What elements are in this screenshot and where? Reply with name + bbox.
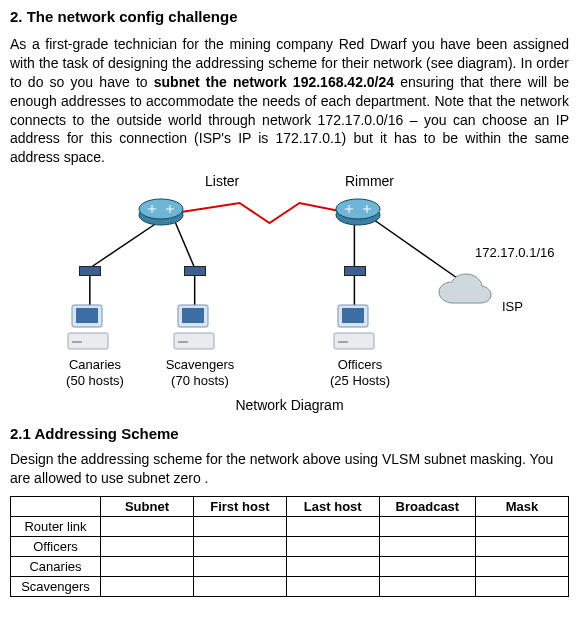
table-header-cell bbox=[11, 497, 101, 517]
svg-rect-22 bbox=[338, 341, 348, 343]
table-cell bbox=[286, 557, 379, 577]
table-header-cell: Last host bbox=[286, 497, 379, 517]
cloud-icon bbox=[435, 273, 495, 315]
svg-point-8 bbox=[139, 199, 183, 219]
officers-label: Officers (25 Hosts) bbox=[315, 357, 405, 388]
table-cell bbox=[101, 537, 194, 557]
router-rimmer-label: Rimmer bbox=[345, 173, 394, 189]
table-row: Officers bbox=[11, 537, 569, 557]
pc-icon bbox=[332, 303, 376, 359]
table-cell bbox=[286, 517, 379, 537]
table-cell bbox=[101, 557, 194, 577]
table-body: Router linkOfficersCanariesScavengers bbox=[11, 517, 569, 597]
table-header-cell: Mask bbox=[476, 497, 569, 517]
officers-hosts: (25 Hosts) bbox=[330, 373, 390, 388]
table-cell bbox=[101, 577, 194, 597]
switch-icon bbox=[184, 266, 206, 276]
row-label: Router link bbox=[11, 517, 101, 537]
svg-rect-12 bbox=[76, 308, 98, 323]
row-label: Officers bbox=[11, 537, 101, 557]
table-header-cell: Subnet bbox=[101, 497, 194, 517]
table-cell bbox=[193, 517, 286, 537]
table-cell bbox=[193, 537, 286, 557]
table-cell bbox=[286, 577, 379, 597]
pc-icon bbox=[172, 303, 216, 359]
diagram-caption: Network Diagram bbox=[10, 397, 569, 413]
officers-name: Officers bbox=[338, 357, 383, 372]
sub-heading: 2.1 Addressing Scheme bbox=[10, 425, 569, 442]
table-row: Canaries bbox=[11, 557, 569, 577]
table-cell bbox=[379, 557, 475, 577]
section-title: 2. The network config challenge bbox=[10, 8, 569, 25]
instruction-paragraph: Design the addressing scheme for the net… bbox=[10, 450, 569, 488]
canaries-label: Canaries (50 hosts) bbox=[50, 357, 140, 388]
table-cell bbox=[379, 537, 475, 557]
row-label: Scavengers bbox=[11, 577, 101, 597]
svg-rect-14 bbox=[72, 341, 82, 343]
switch-icon bbox=[79, 266, 101, 276]
svg-rect-20 bbox=[342, 308, 364, 323]
table-cell bbox=[193, 557, 286, 577]
table-cell bbox=[193, 577, 286, 597]
table-cell bbox=[379, 517, 475, 537]
svg-rect-16 bbox=[182, 308, 204, 323]
table-cell bbox=[476, 537, 569, 557]
table-header-cell: First host bbox=[193, 497, 286, 517]
svg-point-10 bbox=[336, 199, 380, 219]
table-row: Scavengers bbox=[11, 577, 569, 597]
scavengers-name: Scavengers bbox=[166, 357, 235, 372]
table-row: Router link bbox=[11, 517, 569, 537]
canaries-name: Canaries bbox=[69, 357, 121, 372]
table-cell bbox=[476, 577, 569, 597]
addressing-table: SubnetFirst hostLast hostBroadcastMask R… bbox=[10, 496, 569, 597]
row-label: Canaries bbox=[11, 557, 101, 577]
scavengers-hosts: (70 hosts) bbox=[171, 373, 229, 388]
switch-icon bbox=[344, 266, 366, 276]
table-cell bbox=[101, 517, 194, 537]
isp-ip-label: 172.17.0.1/16 bbox=[475, 245, 555, 261]
table-cell bbox=[379, 577, 475, 597]
table-header-cell: Broadcast bbox=[379, 497, 475, 517]
canaries-hosts: (50 hosts) bbox=[66, 373, 124, 388]
router-icon bbox=[335, 197, 381, 231]
network-diagram: Lister Rimmer 172.17.0.1/16 ISP Canaries… bbox=[10, 173, 569, 393]
table-cell bbox=[476, 557, 569, 577]
intro-paragraph: As a first-grade technician for the mini… bbox=[10, 35, 569, 167]
router-icon bbox=[138, 197, 184, 231]
pc-icon bbox=[66, 303, 110, 359]
table-header-row: SubnetFirst hostLast hostBroadcastMask bbox=[11, 497, 569, 517]
table-cell bbox=[476, 517, 569, 537]
router-lister-label: Lister bbox=[205, 173, 239, 189]
scavengers-label: Scavengers (70 hosts) bbox=[150, 357, 250, 388]
isp-label: ISP bbox=[502, 299, 523, 315]
svg-rect-18 bbox=[178, 341, 188, 343]
table-cell bbox=[286, 537, 379, 557]
